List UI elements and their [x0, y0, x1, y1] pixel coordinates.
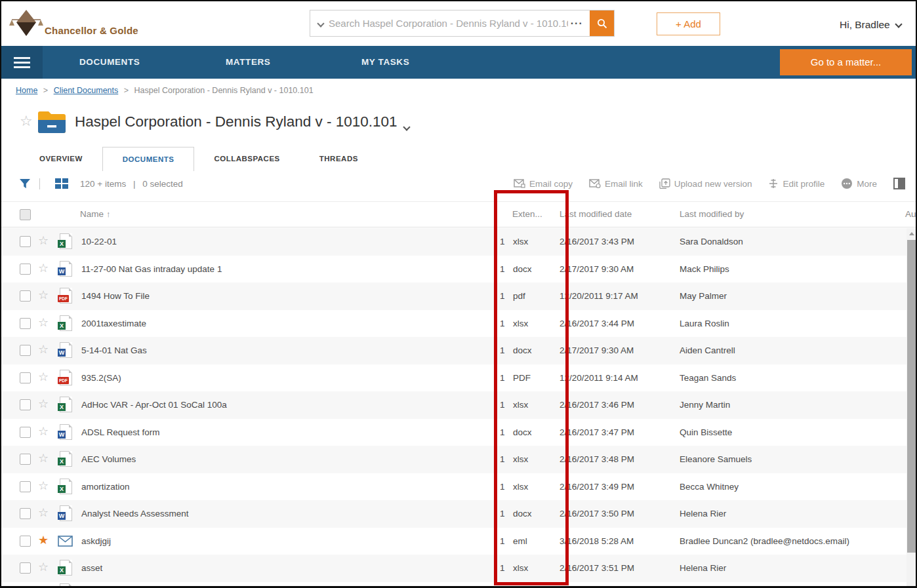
table-row[interactable]: ☆ W ADSL Request form 1 docx 2/16/2017 3… — [1, 419, 916, 446]
row-checkbox[interactable] — [20, 236, 31, 247]
row-checkbox[interactable] — [20, 290, 31, 302]
document-version: 1 — [500, 319, 505, 328]
row-checkbox[interactable] — [20, 399, 31, 410]
search-icon — [596, 18, 608, 29]
document-name[interactable]: asset — [81, 563, 102, 573]
document-actions: Email copy Email link Upload new version — [514, 178, 905, 189]
upload-icon — [659, 178, 670, 189]
row-checkbox[interactable] — [20, 454, 31, 465]
star-icon[interactable]: ☆ — [38, 234, 49, 248]
tab-documents[interactable]: DOCUMENTS — [102, 147, 195, 171]
star-icon[interactable]: ☆ — [38, 452, 49, 466]
document-extension: pdf — [513, 291, 525, 301]
search-button[interactable] — [590, 10, 614, 36]
edit-profile-button[interactable]: Edit profile — [768, 178, 825, 189]
scrollbar-up-arrow[interactable] — [907, 228, 917, 239]
search-input[interactable] — [329, 18, 568, 29]
star-icon[interactable]: ☆ — [38, 262, 49, 276]
star-icon[interactable]: ☆ — [38, 370, 49, 385]
select-all-checkbox[interactable] — [20, 209, 31, 220]
document-name[interactable]: 5-14-01 Nat Gas — [81, 345, 147, 355]
row-checkbox[interactable] — [20, 562, 31, 574]
table-row[interactable]: ☆ X amortization 1 xlsx 2/16/2017 3:49 P… — [1, 473, 916, 501]
document-name[interactable]: AEC Volumes — [81, 454, 136, 464]
document-name[interactable]: 2001taxestimate — [81, 319, 146, 328]
file-type-icon: W — [58, 424, 73, 441]
table-row[interactable]: ☆ X AEC Volumes 1 xlsx 2/16/2017 3:48 PM… — [1, 446, 916, 473]
column-header-modified-by[interactable]: Last modified by — [680, 209, 744, 219]
breadcrumb-client-documents[interactable]: Client Documents — [54, 86, 119, 95]
column-header-extension[interactable]: Exten... — [512, 209, 542, 219]
tab-collabspaces[interactable]: COLLABSPACES — [194, 147, 299, 171]
breadcrumb-home[interactable]: Home — [16, 86, 37, 95]
hamburger-menu-button[interactable] — [1, 46, 43, 79]
title-dropdown-chevron[interactable] — [404, 121, 409, 132]
star-icon[interactable]: ☆ — [38, 425, 49, 439]
document-name[interactable]: amortization — [81, 482, 130, 492]
document-name[interactable]: ADSL Request form — [81, 427, 160, 437]
star-icon[interactable]: ★ — [38, 534, 49, 548]
star-icon[interactable]: ☆ — [38, 316, 49, 330]
document-modified-date: 2/16/2017 3:44 PM — [560, 319, 634, 328]
nav-item-documents[interactable]: DOCUMENTS — [79, 46, 140, 79]
email-copy-button[interactable]: Email copy — [514, 179, 573, 189]
star-icon[interactable]: ☆ — [38, 560, 49, 575]
column-header-modified-date[interactable]: Last modified date — [560, 209, 632, 219]
document-name[interactable]: 1494 How To File — [81, 291, 150, 301]
app-window: Chancellor & Golde ... + Add Hi, Bradlee… — [0, 0, 917, 588]
document-extension: xlsx — [513, 454, 528, 464]
nav-item-matters[interactable]: MATTERS — [226, 46, 270, 79]
table-row[interactable]: ☆ X asset 1 xlsx 2/16/2017 3:51 PM Helen… — [1, 555, 916, 582]
star-icon[interactable]: ☆ — [38, 343, 49, 357]
row-checkbox[interactable] — [20, 318, 31, 329]
document-version: 1 — [500, 264, 505, 274]
row-checkbox[interactable] — [20, 536, 31, 547]
table-row[interactable]: ☆ X AdHoc VAR - Apr-Oct 01 SoCal 100a 1 … — [1, 391, 916, 419]
document-name[interactable]: 11-27-00 Nat Gas intraday update 1 — [81, 264, 222, 274]
table-row[interactable]: ☆ W 11-27-00 Nat Gas intraday update 1 1… — [1, 256, 916, 283]
tab-overview[interactable]: OVERVIEW — [20, 147, 102, 171]
table-row[interactable]: ☆ PDF 935.2(SA) 1 PDF 12/20/2011 9:14 AM… — [1, 364, 916, 392]
star-icon[interactable]: ☆ — [38, 288, 49, 303]
star-icon[interactable]: ☆ — [38, 397, 49, 412]
user-menu[interactable]: Hi, Bradlee — [840, 19, 901, 31]
document-name[interactable]: AdHoc VAR - Apr-Oct 01 SoCal 100a — [81, 400, 227, 410]
tab-threads[interactable]: THREADS — [300, 147, 378, 171]
row-checkbox[interactable] — [20, 427, 31, 438]
table-row[interactable]: ★ askdjgij 1 eml 3/16/2018 5:28 AM Bradl… — [1, 528, 916, 555]
filter-icon[interactable] — [19, 178, 31, 189]
scrollbar-thumb[interactable] — [907, 240, 916, 553]
document-modified-by: Becca Whitney — [680, 482, 739, 492]
search-options-button[interactable]: ... — [568, 15, 590, 32]
toggle-preview-panel-icon[interactable] — [893, 178, 905, 189]
favorite-star-icon[interactable]: ☆ — [20, 114, 33, 128]
table-row[interactable]: ☆ X 2001taxestimate 1 xlsx 2/16/2017 3:4… — [1, 310, 916, 338]
row-checkbox[interactable] — [20, 372, 31, 383]
list-toolbar: 120 + items | 0 selected Email copy Em — [1, 172, 916, 198]
nav-item-my-tasks[interactable]: MY TASKS — [361, 46, 409, 79]
row-checkbox[interactable] — [20, 508, 31, 519]
search-scope-dropdown[interactable] — [310, 21, 329, 26]
email-link-button[interactable]: Email link — [589, 179, 643, 189]
view-layout-icon[interactable] — [55, 178, 68, 189]
star-icon[interactable]: ☆ — [38, 506, 49, 520]
row-checkbox[interactable] — [20, 264, 31, 275]
column-header-name[interactable]: Name↑ — [80, 209, 111, 219]
more-button[interactable]: More — [841, 178, 877, 189]
column-header-author[interactable]: Au — [905, 209, 916, 219]
table-row[interactable]: ☆ W 5-14-01 Nat Gas 1 docx 2/17/2017 9:3… — [1, 337, 916, 364]
table-row[interactable]: ☆ PDF 1494 How To File 1 pdf 12/20/2011 … — [1, 283, 916, 310]
xlsx-badge-icon: X — [58, 403, 66, 411]
document-name[interactable]: Analyst Needs Assessment — [81, 509, 189, 519]
row-checkbox[interactable] — [20, 345, 31, 356]
document-name[interactable]: askdjgij — [81, 536, 111, 546]
document-name[interactable]: 935.2(SA) — [81, 373, 121, 383]
star-icon[interactable]: ☆ — [38, 479, 49, 494]
upload-new-version-button[interactable]: Upload new version — [659, 178, 752, 189]
go-to-matter-button[interactable]: Go to a matter... — [780, 49, 912, 75]
table-row[interactable]: ☆ X 10-22-01 1 xlsx 2/16/2017 3:43 PM Sa… — [1, 228, 916, 256]
add-button[interactable]: + Add — [657, 12, 720, 35]
document-name[interactable]: 10-22-01 — [81, 237, 117, 246]
table-row[interactable]: ☆ W Analyst Needs Assessment 1 docx 2/16… — [1, 500, 916, 528]
row-checkbox[interactable] — [20, 481, 31, 492]
